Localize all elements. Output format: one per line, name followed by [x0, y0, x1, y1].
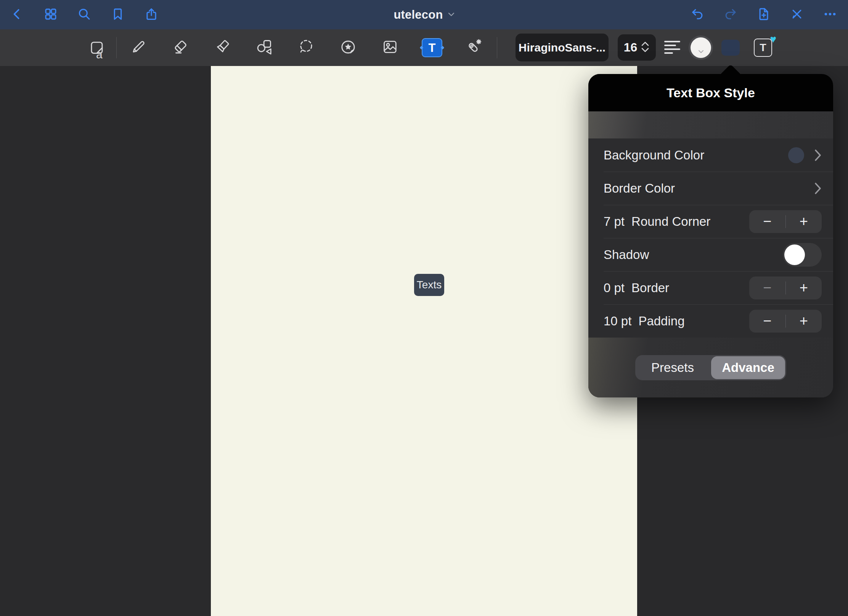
text-tool-letter: T: [429, 42, 436, 54]
nav-right-group: [690, 0, 837, 29]
minus-button[interactable]: −: [749, 210, 785, 233]
border-width-stepper: − +: [749, 277, 822, 299]
popover-header: Text Box Style: [588, 74, 833, 111]
tool-read-mode[interactable]: a: [75, 29, 117, 66]
row-label: Border Color: [604, 181, 675, 196]
row-border-width: 0 pt Border − +: [588, 271, 833, 304]
laser-pointer-icon: [465, 38, 483, 57]
pencil-cross-icon: [790, 7, 804, 23]
sticker-icon: [339, 38, 357, 57]
up-down-chevrons-icon: [641, 40, 650, 56]
tool-sticker[interactable]: [327, 29, 369, 66]
canvas-margin-left: [0, 66, 211, 616]
font-size-value: 16: [624, 40, 638, 55]
shadow-toggle[interactable]: [783, 243, 822, 267]
tool-pen[interactable]: [117, 29, 159, 66]
popover-title: Text Box Style: [667, 85, 755, 100]
row-label: Background Color: [604, 148, 704, 162]
text-color-button[interactable]: [689, 35, 713, 60]
page-plus-icon: [757, 7, 771, 23]
chevron-down-icon: [448, 11, 455, 18]
row-label: Round Corner: [631, 214, 710, 229]
add-page-button[interactable]: [756, 8, 771, 22]
padding-value: 10 pt: [604, 314, 631, 328]
round-corner-value: 7 pt: [604, 214, 625, 229]
toggle-knob: [784, 244, 805, 265]
ellipsis-icon: [823, 7, 837, 23]
chevron-right-icon: [814, 149, 822, 162]
tool-eraser[interactable]: [159, 29, 201, 66]
document-title: utelecon: [393, 8, 443, 22]
text-align-button[interactable]: [664, 41, 680, 55]
tools-toolbar: a T Hira: [0, 29, 848, 66]
image-icon: [381, 38, 399, 57]
row-label: Padding: [638, 314, 684, 328]
round-corner-stepper: − +: [749, 210, 822, 233]
advance-tab[interactable]: Advance: [711, 356, 785, 379]
popover-footer: Presets Advance: [588, 338, 833, 397]
text-box-style-button[interactable]: T ♥: [754, 39, 772, 57]
read-mode-icon: a: [88, 39, 105, 56]
row-label: Shadow: [604, 248, 649, 262]
plus-button[interactable]: +: [786, 277, 822, 299]
tool-text[interactable]: T: [411, 29, 453, 66]
heart-badge-icon: ♥: [770, 34, 776, 45]
plus-button[interactable]: +: [786, 310, 822, 333]
presets-advance-segmented-control: Presets Advance: [635, 355, 786, 380]
tool-shapes[interactable]: [243, 29, 285, 66]
read-mode-letter: a: [96, 49, 103, 60]
redo-icon: [724, 7, 737, 23]
padding-stepper: − +: [749, 310, 822, 333]
undo-icon: [691, 7, 704, 23]
row-background-color[interactable]: Background Color: [588, 138, 833, 172]
tool-lasso[interactable]: [285, 29, 327, 66]
chevron-right-icon: [814, 182, 822, 195]
text-color-swatch: [691, 37, 711, 58]
tool-group: a T: [75, 29, 495, 66]
highlighter-icon: [214, 38, 231, 57]
eraser-icon: [172, 38, 189, 57]
box-style-letter: T: [760, 42, 766, 53]
redo-button[interactable]: [723, 8, 738, 22]
row-round-corner: 7 pt Round Corner − +: [588, 205, 833, 238]
undo-button[interactable]: [690, 8, 705, 22]
text-box-style-popover: Text Box Style Background Color Border C…: [588, 74, 833, 397]
more-button[interactable]: [823, 8, 837, 22]
row-border-color[interactable]: Border Color: [588, 172, 833, 205]
minus-button[interactable]: −: [749, 277, 785, 299]
tool-highlighter[interactable]: [201, 29, 243, 66]
lasso-icon: [297, 38, 315, 57]
minus-button[interactable]: −: [749, 310, 785, 333]
row-padding: 10 pt Padding − +: [588, 304, 833, 338]
row-label: Border: [631, 281, 669, 295]
popover-rows: Background Color Border Color 7 pt Round…: [588, 138, 833, 338]
popover-preview-band: [588, 111, 833, 138]
text-tool-icon: T: [422, 38, 442, 57]
stop-editing-button[interactable]: [790, 8, 804, 22]
border-width-value: 0 pt: [604, 281, 625, 295]
tool-laser-pointer[interactable]: [453, 29, 495, 66]
note-page-canvas[interactable]: Texts: [211, 66, 637, 616]
toolbar-separator: [116, 37, 117, 58]
font-name-button[interactable]: HiraginoSans-...: [516, 34, 609, 61]
canvas-text-box[interactable]: Texts: [414, 274, 444, 296]
background-color-swatch: [788, 147, 804, 163]
row-shadow: Shadow: [588, 238, 833, 271]
chevron-down-icon: [698, 50, 704, 53]
tool-image[interactable]: [369, 29, 411, 66]
pen-icon: [130, 38, 147, 57]
navigation-bar: utelecon: [0, 0, 848, 29]
text-box-color-button[interactable]: [721, 40, 740, 56]
align-left-icon: [664, 41, 680, 42]
shapes-icon: [255, 38, 273, 57]
font-size-stepper[interactable]: 16: [618, 34, 656, 61]
presets-tab[interactable]: Presets: [635, 360, 710, 375]
plus-button[interactable]: +: [786, 210, 822, 233]
toolbar-separator: [497, 37, 497, 58]
